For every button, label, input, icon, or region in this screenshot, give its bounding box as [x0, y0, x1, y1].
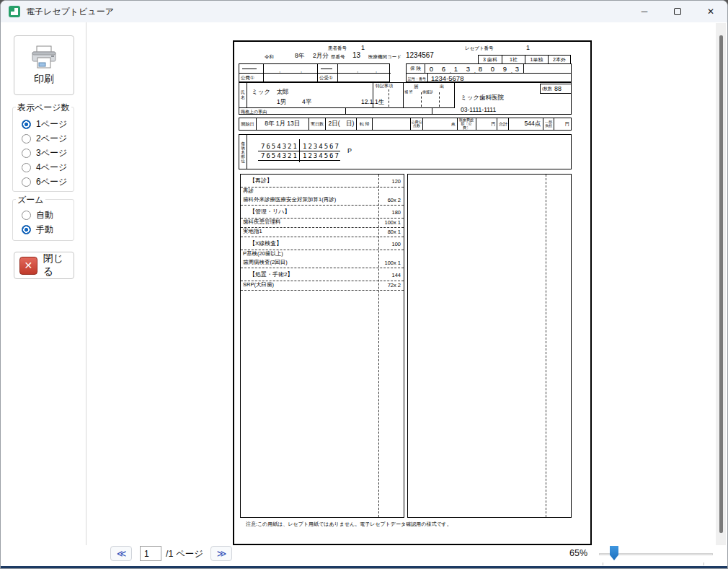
teeth-upper-left: 1234567	[303, 143, 340, 150]
duty-label: 職務上の事由	[241, 110, 267, 115]
zoom-mode-option-2[interactable]: 手動	[22, 222, 74, 237]
zoom-group-label: ズーム	[16, 194, 45, 206]
page-count-option-1[interactable]: 1ページ	[22, 117, 74, 131]
insurer-digit: 8	[474, 65, 487, 73]
med-code-value: 1234567	[406, 51, 434, 59]
zoom-mode-option-1[interactable]: 自動	[22, 208, 74, 222]
zoom-mode-radio-selected[interactable]	[22, 225, 31, 234]
page-count-radio[interactable]	[22, 149, 31, 158]
tooth-chart-side-label: 傷病名部位	[239, 135, 247, 169]
page-total-label: /1 ページ	[166, 548, 203, 560]
kohi-points-label: 公費分点数	[411, 118, 423, 130]
page-count-option-5[interactable]: 6ページ	[22, 175, 74, 189]
billing-row: 歯周病検査(2回目)100x 1	[241, 259, 404, 268]
med-code-label: 医療機関コード	[368, 54, 401, 59]
tokki-label: 特記事項	[376, 84, 393, 89]
prev-page-button[interactable]: ≪	[110, 546, 132, 561]
page-count-option-3[interactable]: 3ページ	[22, 146, 74, 160]
insurer-digit: 0	[487, 65, 499, 73]
patient-box: 氏名 ミック 太郎 1男 4平 12.1.1生 職務上の事由 特記事項 届 出 …	[239, 82, 572, 115]
sheets-box: (枚数 88	[540, 84, 572, 94]
app-icon	[9, 6, 20, 17]
page-count-radio-selected[interactable]	[22, 120, 31, 129]
page-count-radio[interactable]	[22, 177, 31, 187]
billing-row: 【再診】120	[241, 175, 404, 188]
titlebar: 電子レセプトビューア ─ ✕	[1, 1, 727, 22]
patient-no-label: 患者番号	[328, 45, 347, 50]
minimize-button[interactable]: ─	[628, 1, 661, 22]
billing-table-right	[407, 174, 572, 518]
clinic-tel: 03-1111-1111	[461, 107, 496, 113]
next-page-button[interactable]: ≫	[210, 546, 232, 561]
month-value: 2月分	[313, 53, 329, 59]
insurer-digit: 1	[450, 65, 462, 73]
insurer-digit: 6,	[438, 65, 450, 73]
tooth-chart: 傷病名部位 7654321 1234567 7654321 1234567 P	[239, 134, 572, 169]
receipt-page: 患者番号 1 レセプト番号 1 令和 8年 2月分 県番号 13 医療機関コード…	[233, 40, 592, 545]
app-window: 電子レセプトビューア ─ ✕ 印刷 表示ページ数 1ページ2ページ3ページ4ペー…	[0, 0, 728, 569]
teeth-lower-left: 1234567	[303, 152, 340, 159]
page-count-option-2[interactable]: 2ページ	[22, 131, 74, 146]
bottom-bar: ≪ 1 /1 ページ ≫ 65%	[1, 545, 727, 566]
close-window-button[interactable]: ✕	[694, 1, 727, 22]
start-label: 開始日	[239, 118, 257, 130]
kigo-value: 1234-5678	[431, 74, 463, 82]
maximize-icon	[674, 8, 681, 15]
kohi-grid: , , , , 公費① , , 公受① , ,	[239, 63, 390, 82]
era-label: 令和	[265, 54, 274, 59]
sidebar: 印刷 表示ページ数 1ページ2ページ3ページ4ページ6ページ ズーム 自動手動 …	[1, 22, 86, 545]
todokede-box: 届 出 補 管 歯援診	[403, 83, 455, 107]
total-label: 合計	[497, 118, 509, 130]
page-count-label: 6ページ	[36, 176, 67, 188]
print-button-label: 印刷	[34, 73, 54, 86]
insurer-grid: 保 険 06,13,809,3 記号・番号 1234-5678	[406, 63, 572, 82]
zoom-percentage: 65%	[569, 548, 587, 558]
insurer-digit: 3,	[462, 65, 474, 73]
page-count-label: 3ページ	[36, 147, 67, 159]
patient-no-value: 1	[361, 44, 365, 51]
footer-note: 注意:この用紙は、レセプト用紙ではありません。電子レセプトデータ確認用の様式です…	[246, 521, 452, 528]
tenki-label: 転 帰	[357, 118, 373, 130]
close-button-label: 閉じる	[43, 252, 74, 278]
close-button[interactable]: ✕ 閉じる	[14, 252, 74, 279]
summary-row: 開始日 8年 1月 13日 実日数 2日( 日) 転 帰 公費分点数 点 医療費…	[239, 118, 572, 131]
copay-label: 一部負担	[543, 118, 554, 130]
insurer-digit: 9,	[499, 65, 511, 73]
teeth-lower-right: 7654321	[261, 152, 298, 159]
maximize-button[interactable]	[661, 1, 694, 22]
billing-row: P基検(20歯以上)	[241, 250, 404, 259]
billing-row: 歯科外来診療医療安全対策加算1(再診)60x 2	[241, 196, 404, 206]
page-count-radio[interactable]	[22, 134, 31, 144]
zoom-mode-radio[interactable]	[22, 211, 31, 220]
billing-row: 【処置・手術2】144	[241, 268, 404, 281]
patient-sex: 1男	[277, 99, 286, 105]
window-bottom-edge	[1, 566, 727, 568]
billing-row: 【管理・リハ】180	[241, 206, 404, 219]
page-number-input[interactable]: 1	[140, 546, 161, 561]
patient-era: 4平	[302, 99, 311, 105]
start-value: 8年 1月 13日	[257, 118, 309, 130]
insurer-digit: 3	[511, 65, 523, 73]
days-value: 2日( 日)	[326, 118, 357, 130]
clinic-name: ミック歯科医院	[461, 94, 504, 101]
tokki-box: 特記事項	[373, 83, 403, 107]
page-count-radio[interactable]	[22, 163, 31, 172]
billing-row: 【X線検査】100	[241, 237, 404, 250]
page-count-label: 2ページ	[36, 133, 67, 145]
page-count-option-4[interactable]: 4ページ	[22, 160, 74, 175]
days-label: 実日数	[309, 118, 327, 130]
total-med-label: 医療費総額〔公費〕	[458, 118, 476, 130]
page-count-group-label: 表示ページ数	[16, 102, 71, 114]
billing-row: SRP(大臼歯)72x 2	[241, 281, 404, 291]
zoom-mode-label: 手動	[36, 224, 53, 236]
print-button[interactable]: 印刷	[14, 35, 74, 95]
total-value: 544点	[509, 118, 543, 130]
name-label: 氏名	[239, 83, 247, 107]
receipt-no-value: 1	[526, 44, 530, 51]
year-value: 8年	[295, 53, 304, 59]
close-icon: ✕	[19, 257, 37, 275]
zoom-slider-thumb[interactable]	[610, 546, 618, 560]
window-title: 電子レセプトビューア	[26, 6, 114, 18]
vertical-scrollbar[interactable]	[716, 23, 726, 568]
scrollbar-thumb[interactable]	[719, 35, 723, 533]
